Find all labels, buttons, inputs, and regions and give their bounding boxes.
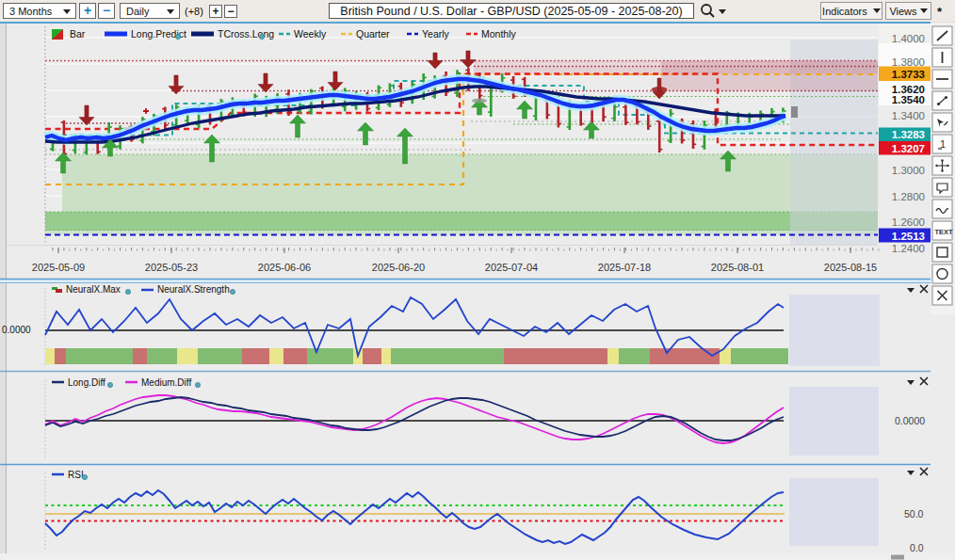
svg-text:TEXT: TEXT bbox=[935, 228, 954, 236]
svg-text:1.3540: 1.3540 bbox=[892, 94, 925, 105]
svg-text:2025-06-06: 2025-06-06 bbox=[258, 262, 311, 273]
svg-text:Bar: Bar bbox=[70, 28, 86, 40]
svg-text:1.3620: 1.3620 bbox=[892, 84, 925, 95]
svg-text:Weekly: Weekly bbox=[294, 28, 327, 40]
svg-text:Monthly: Monthly bbox=[481, 28, 517, 40]
svg-text:Long.Diff: Long.Diff bbox=[68, 377, 105, 388]
svg-text:1.3733: 1.3733 bbox=[892, 69, 925, 80]
svg-text:1.4000: 1.4000 bbox=[892, 33, 925, 44]
svg-text:1.3400: 1.3400 bbox=[892, 110, 925, 121]
svg-text:1.2800: 1.2800 bbox=[892, 191, 925, 202]
svg-text:2025-08-01: 2025-08-01 bbox=[711, 262, 764, 273]
svg-text:1.3000: 1.3000 bbox=[892, 165, 925, 176]
svg-text:Medium.Diff: Medium.Diff bbox=[141, 377, 191, 388]
svg-text:1.2400: 1.2400 bbox=[892, 243, 925, 254]
svg-text:NeuralX.Strength: NeuralX.Strength bbox=[157, 284, 230, 295]
svg-text:Yearly: Yearly bbox=[422, 28, 450, 40]
svg-text:RSI: RSI bbox=[68, 470, 84, 480]
svg-text:2025-06-20: 2025-06-20 bbox=[372, 262, 425, 273]
svg-text:50.0: 50.0 bbox=[904, 508, 924, 520]
svg-text:Quarter: Quarter bbox=[356, 28, 390, 40]
svg-text:1.3207: 1.3207 bbox=[892, 143, 925, 154]
svg-text:2025-08-15: 2025-08-15 bbox=[824, 262, 877, 273]
svg-text:1: 1 bbox=[940, 138, 946, 150]
svg-text:1.2600: 1.2600 bbox=[892, 216, 925, 228]
svg-text:2025-05-23: 2025-05-23 bbox=[145, 262, 198, 273]
svg-text:1.3800: 1.3800 bbox=[892, 56, 925, 68]
svg-text:NeuralX.Max: NeuralX.Max bbox=[66, 284, 121, 295]
svg-text:2025-07-04: 2025-07-04 bbox=[485, 262, 538, 273]
svg-text:0.0000: 0.0000 bbox=[2, 325, 31, 335]
svg-text:0.0000: 0.0000 bbox=[895, 415, 925, 426]
svg-text:0.0: 0.0 bbox=[910, 542, 924, 553]
svg-text:TCross.Long: TCross.Long bbox=[218, 28, 274, 40]
svg-text:2025-05-09: 2025-05-09 bbox=[32, 262, 85, 273]
svg-text:2025-07-18: 2025-07-18 bbox=[598, 262, 651, 273]
svg-text:1.2513: 1.2513 bbox=[892, 231, 925, 242]
svg-text:1.3283: 1.3283 bbox=[892, 129, 925, 140]
